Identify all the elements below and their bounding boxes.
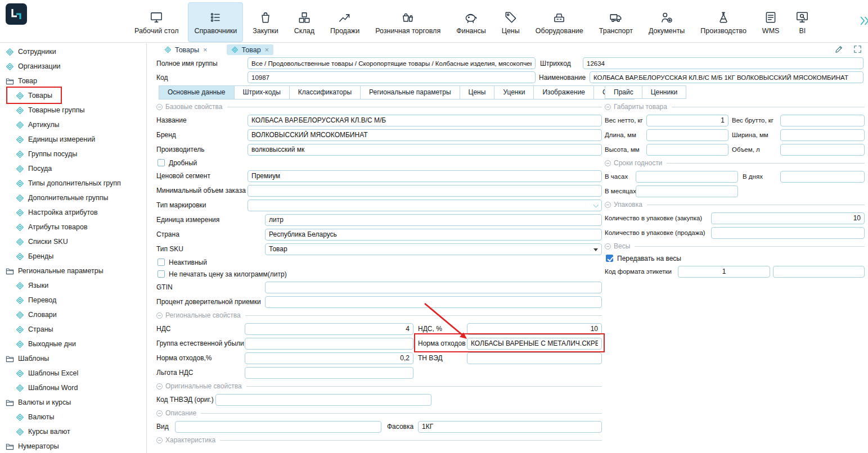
toolbar-item-production[interactable]: Производство (694, 2, 753, 42)
group-fullname-input[interactable] (248, 57, 536, 69)
name-input[interactable] (248, 115, 602, 126)
packing-input[interactable] (418, 421, 602, 433)
tree-item-dictionaries[interactable]: Словари (0, 307, 146, 322)
sku-type-select[interactable]: Товар (265, 243, 602, 255)
toolbar-item-equipment[interactable]: Оборудование (529, 2, 590, 42)
toolbar-item-bi[interactable]: BI (789, 2, 816, 42)
tree-item-brands[interactable]: Бренды (0, 249, 146, 264)
tnved-orig-input[interactable] (215, 394, 431, 406)
net-weight-input[interactable] (646, 115, 728, 126)
toolbar-overflow-icon[interactable] (859, 15, 868, 29)
app-logo-icon[interactable] (6, 3, 27, 25)
inner-tab-markdowns[interactable]: Уценки (494, 85, 534, 99)
inactive-checkbox[interactable] (158, 259, 165, 266)
toolbar-item-desktop[interactable]: Рабочий стол (128, 2, 185, 42)
tree-item-languages[interactable]: Языки (0, 278, 146, 293)
tree-item-sku-lists[interactable]: Списки SKU (0, 234, 146, 249)
collapse-icon[interactable] (156, 437, 163, 443)
collapse-icon[interactable] (156, 410, 163, 416)
trust-percent-input[interactable] (265, 296, 602, 308)
product-name-input[interactable] (590, 71, 863, 83)
tree-item-exchange-rates[interactable]: Курсы валют (0, 424, 146, 439)
marking-type-select[interactable] (248, 200, 602, 211)
toolbar-item-warehouse[interactable]: Склад (288, 2, 321, 42)
collapse-icon[interactable] (605, 202, 611, 208)
pack-purchase-input[interactable] (711, 212, 865, 224)
send-to-scales-checkbox[interactable] (606, 255, 613, 262)
tree-item-organizations[interactable]: Организации (0, 59, 146, 74)
label-format-input[interactable] (678, 266, 770, 278)
tree-item-templates-folder[interactable]: Шаблоны (0, 351, 146, 366)
tree-item-excel-templates[interactable]: Шаблоны Excel (0, 366, 146, 380)
min-order-input[interactable] (248, 185, 602, 197)
inner-tab-image[interactable]: Изображение (534, 85, 594, 99)
collapse-icon[interactable] (156, 312, 163, 319)
volume-input[interactable] (780, 144, 865, 156)
gtin-input[interactable] (265, 282, 602, 293)
toolbar-item-documents[interactable]: Документы (642, 2, 691, 42)
vat-percent-input[interactable] (467, 323, 602, 335)
inner-tab-barcodes[interactable]: Штрих-коды (235, 85, 290, 99)
tnved-input[interactable] (467, 352, 602, 364)
toolbar-item-sales[interactable]: Продажи (324, 2, 366, 42)
collapse-icon[interactable] (605, 243, 611, 250)
vat-input[interactable] (245, 323, 413, 335)
tree-item-employees[interactable]: Сотрудники (0, 44, 146, 59)
toolbar-item-finance[interactable]: Финансы (450, 2, 492, 42)
tree-item-dish-groups[interactable]: Группы посуды (0, 147, 146, 161)
toolbar-item-transport[interactable]: Транспорт (593, 2, 639, 42)
shelf-hours-input[interactable] (636, 171, 738, 183)
tree-item-product-folder[interactable]: Товар (0, 74, 146, 88)
fullscreen-icon[interactable] (853, 44, 862, 56)
toolbar-item-wms[interactable]: WMS (756, 2, 786, 42)
shelf-months-input[interactable] (636, 185, 738, 197)
tree-item-additional-groups[interactable]: Дополнительные группы (0, 191, 146, 205)
code-input[interactable] (248, 71, 536, 83)
gross-weight-input[interactable] (780, 115, 865, 126)
unit-input[interactable] (265, 214, 602, 226)
close-tab-icon[interactable]: × (203, 46, 208, 54)
tree-item-days-off[interactable]: Выходные дни (0, 337, 146, 351)
inner-tab-main-data[interactable]: Основные данные (159, 85, 235, 99)
height-input[interactable] (646, 144, 728, 156)
inner-tab-price-list[interactable]: Прайс (605, 85, 642, 99)
fractional-checkbox[interactable] (158, 159, 165, 166)
tree-item-translation[interactable]: Перевод (0, 293, 146, 307)
no-kg-price-checkbox[interactable] (158, 270, 165, 278)
waste-percent-input[interactable] (245, 352, 413, 364)
width-input[interactable] (780, 129, 865, 141)
price-segment-input[interactable] (248, 170, 602, 182)
toolbar-item-catalog[interactable]: Справочники (188, 2, 243, 42)
tree-item-articles[interactable]: Артикулы (0, 117, 146, 132)
tree-item-regional-folder[interactable]: Региональные параметры (0, 264, 146, 278)
tree-item-attribute-settings[interactable]: Настройка атрибутов (0, 205, 146, 220)
tree-item-currencies[interactable]: Валюты (0, 410, 146, 424)
tab-product-tab[interactable]: Товар× (227, 44, 274, 55)
collapse-icon[interactable] (605, 160, 611, 166)
inner-tab-price-tags[interactable]: Ценники (642, 85, 686, 99)
barcode-input[interactable] (583, 57, 863, 69)
tree-item-product-groups[interactable]: Товарные группы (0, 103, 146, 117)
tree-item-products[interactable]: Товары (0, 88, 146, 103)
inner-tab-prices[interactable]: Цены (460, 85, 495, 99)
tree-item-word-templates[interactable]: Шаблоны Word (0, 380, 146, 395)
inner-tab-regional-params[interactable]: Региональные параметры (361, 85, 460, 99)
toolbar-item-retail[interactable]: Розничная торговля (369, 2, 447, 42)
kind-input[interactable] (175, 421, 381, 433)
toolbar-item-prices[interactable]: Цены (496, 2, 526, 42)
marking-type-input[interactable] (248, 200, 602, 211)
vat-relief-input[interactable] (245, 367, 413, 379)
collapse-icon[interactable] (605, 104, 611, 110)
toolbar-item-purchases[interactable]: Закупки (246, 2, 285, 42)
tab-products-tab[interactable]: Товары× (160, 44, 212, 55)
label-format-extra-input[interactable] (773, 266, 865, 278)
tree-item-product-attributes[interactable]: Атрибуты товаров (0, 220, 146, 234)
waste-norm-input[interactable] (467, 338, 602, 350)
pack-sale-input[interactable] (711, 227, 865, 239)
tree-item-units[interactable]: Единицы измерений (0, 132, 146, 147)
collapse-icon[interactable] (156, 383, 163, 389)
inner-tab-classifiers[interactable]: Классификаторы (290, 85, 361, 99)
tree-item-countries[interactable]: Страны (0, 322, 146, 337)
edit-icon[interactable] (834, 44, 844, 56)
country-input[interactable] (265, 229, 602, 241)
